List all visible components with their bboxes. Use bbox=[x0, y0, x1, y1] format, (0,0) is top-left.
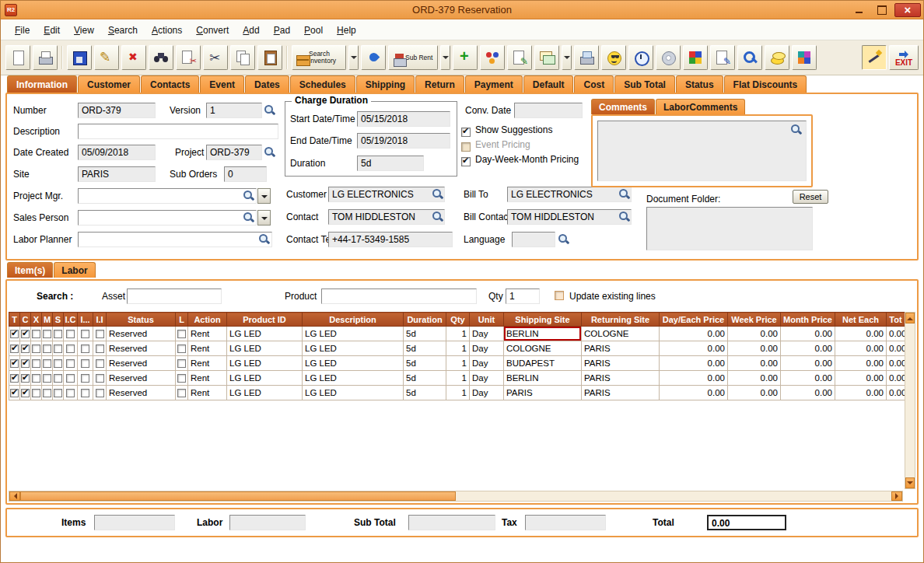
checkbox-ic[interactable] bbox=[66, 359, 75, 368]
search-inventory-dropdown[interactable] bbox=[348, 45, 359, 70]
cell-product-id[interactable]: LG LED bbox=[227, 386, 303, 400]
exit-button[interactable]: EXIT bbox=[889, 45, 919, 70]
update-existing-checkbox[interactable] bbox=[555, 291, 564, 300]
cell-net-each[interactable]: 0.00 bbox=[835, 386, 887, 400]
cell-description[interactable]: LG LED bbox=[303, 356, 404, 371]
labor-planner-field[interactable] bbox=[78, 232, 272, 247]
menu-add[interactable]: Add bbox=[236, 23, 265, 38]
cell-unit[interactable]: Day bbox=[470, 371, 504, 386]
checkbox-l[interactable] bbox=[177, 374, 186, 383]
column-header[interactable]: I.I bbox=[93, 313, 107, 327]
edit-note-button[interactable] bbox=[507, 45, 532, 70]
cell-tot[interactable]: 0.00 bbox=[887, 371, 905, 386]
checkbox-t[interactable] bbox=[10, 359, 19, 368]
checkbox-m[interactable] bbox=[43, 330, 51, 338]
checkbox-s[interactable] bbox=[54, 374, 62, 383]
start-date-field[interactable]: 05/15/2018 bbox=[357, 111, 450, 127]
column-header[interactable]: X bbox=[31, 313, 42, 327]
copy-button[interactable] bbox=[230, 45, 255, 70]
project-mgr-field[interactable] bbox=[78, 188, 257, 204]
column-header-action[interactable]: Action bbox=[188, 313, 227, 327]
checkbox-t[interactable] bbox=[10, 389, 19, 397]
customer-lookup-icon[interactable] bbox=[432, 188, 443, 200]
duration-field[interactable]: 5d bbox=[357, 156, 424, 171]
menu-file[interactable]: File bbox=[9, 23, 36, 38]
tab-sub-total[interactable]: Sub Total bbox=[614, 75, 675, 93]
tab-labor[interactable]: Labor bbox=[54, 262, 95, 278]
search-inventory-button[interactable]: Search Inventory bbox=[292, 45, 346, 70]
bill-contact-field[interactable]: TOM HIDDLESTON bbox=[507, 209, 632, 225]
sub-rent-dropdown[interactable] bbox=[440, 45, 450, 70]
checkbox-x[interactable] bbox=[32, 330, 40, 338]
menu-help[interactable]: Help bbox=[331, 23, 362, 38]
horizontal-scroll-track[interactable] bbox=[456, 491, 891, 501]
cell-action[interactable]: Rent bbox=[188, 327, 227, 341]
column-header-description[interactable]: Description bbox=[303, 313, 404, 327]
cell-week-price[interactable]: 0.00 bbox=[728, 356, 781, 371]
checkbox-l[interactable] bbox=[177, 330, 186, 338]
contact-field[interactable]: TOM HIDDLESTON bbox=[328, 209, 445, 225]
column-header-day-each-price[interactable]: Day/Each Price bbox=[660, 313, 728, 327]
vertical-scrollbar[interactable] bbox=[905, 312, 915, 489]
tab-schedules[interactable]: Schedules bbox=[290, 75, 355, 93]
tab-flat-discounts[interactable]: Flat Discounts bbox=[724, 75, 807, 93]
checkbox-x[interactable] bbox=[32, 374, 40, 383]
scroll-right-button[interactable] bbox=[891, 491, 902, 501]
lookup-button[interactable] bbox=[737, 45, 762, 70]
checkbox-i[interactable] bbox=[81, 344, 89, 353]
column-header[interactable]: I... bbox=[78, 313, 93, 327]
tab-status[interactable]: Status bbox=[676, 75, 723, 93]
project-mgr-lookup-icon[interactable] bbox=[243, 190, 254, 201]
labor-planner-lookup-icon[interactable] bbox=[258, 233, 270, 245]
cell-qty[interactable]: 1 bbox=[446, 371, 470, 386]
checkbox-m[interactable] bbox=[43, 344, 51, 353]
cut-button[interactable] bbox=[203, 45, 228, 70]
show-suggestions-checkbox[interactable] bbox=[461, 128, 471, 137]
checkbox-s[interactable] bbox=[54, 389, 62, 397]
checkbox-ii[interactable] bbox=[96, 344, 104, 353]
column-header-shipping-site[interactable]: Shipping Site bbox=[504, 313, 582, 327]
end-date-field[interactable]: 05/19/2018 bbox=[357, 133, 450, 149]
feedback-button[interactable] bbox=[601, 45, 626, 70]
horizontal-scrollbar[interactable] bbox=[9, 491, 903, 502]
scroll-left-button[interactable] bbox=[9, 491, 20, 501]
checkbox-i[interactable] bbox=[81, 374, 89, 383]
save-button[interactable] bbox=[67, 45, 92, 70]
site-field[interactable]: PARIS bbox=[78, 166, 156, 182]
column-header-unit[interactable]: Unit bbox=[470, 313, 504, 327]
cell-returning-site[interactable]: PARIS bbox=[582, 356, 660, 371]
contact-tel-field[interactable]: +44-17-5349-1585 bbox=[328, 232, 453, 247]
tab-items[interactable]: Item(s) bbox=[7, 262, 53, 278]
cell-month-price[interactable]: 0.00 bbox=[781, 341, 835, 356]
bill-to-field[interactable]: LG ELECTRONICS bbox=[507, 187, 632, 202]
cell-action[interactable]: Rent bbox=[188, 371, 227, 386]
column-header[interactable]: L bbox=[176, 313, 188, 327]
column-header-tot[interactable]: Tot bbox=[887, 313, 905, 327]
asset-field[interactable] bbox=[127, 288, 222, 304]
column-header-month-price[interactable]: Month Price bbox=[781, 313, 835, 327]
checkbox-c[interactable] bbox=[21, 374, 30, 383]
checkbox-ii[interactable] bbox=[96, 374, 104, 383]
menu-actions[interactable]: Actions bbox=[145, 23, 188, 38]
cell-month-price[interactable]: 0.00 bbox=[781, 356, 835, 371]
checkbox-s[interactable] bbox=[54, 359, 62, 368]
tab-contacts[interactable]: Contacts bbox=[141, 75, 199, 93]
cell-shipping-site[interactable]: PARIS bbox=[504, 386, 582, 400]
cell-tot[interactable]: 0.00 bbox=[887, 327, 905, 341]
cell-unit[interactable]: Day bbox=[470, 327, 504, 341]
cards-button[interactable] bbox=[534, 45, 559, 70]
dwm-pricing-checkbox[interactable] bbox=[461, 157, 471, 166]
column-header[interactable]: C bbox=[20, 313, 31, 327]
cell-day-each-price[interactable]: 0.00 bbox=[660, 327, 728, 341]
menu-pool[interactable]: Pool bbox=[298, 23, 329, 38]
column-header-net-each[interactable]: Net Each bbox=[835, 313, 887, 327]
qty-field[interactable]: 1 bbox=[506, 288, 540, 304]
checkbox-l[interactable] bbox=[177, 359, 186, 368]
cell-action[interactable]: Rent bbox=[188, 356, 227, 371]
cell-day-each-price[interactable]: 0.00 bbox=[660, 386, 728, 400]
sales-person-field[interactable] bbox=[78, 210, 257, 226]
column-header[interactable]: S bbox=[53, 313, 64, 327]
language-lookup-icon[interactable] bbox=[558, 233, 569, 245]
column-header[interactable]: T bbox=[9, 313, 20, 327]
sub-rent-button[interactable]: Sub Rent bbox=[388, 45, 438, 70]
